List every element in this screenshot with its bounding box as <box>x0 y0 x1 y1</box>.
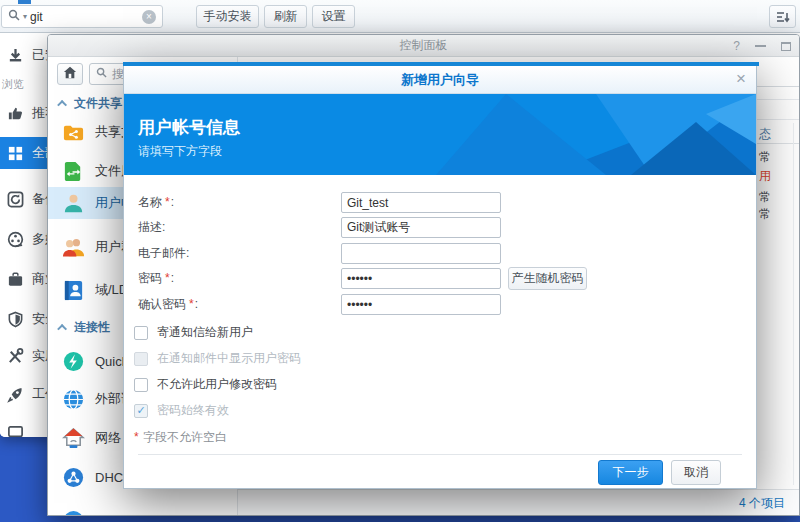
chevron-up-icon <box>57 324 67 334</box>
banner-subtitle: 请填写下方字段 <box>138 143 222 160</box>
table-row[interactable]: 常 <box>759 149 771 166</box>
search-icon <box>96 67 107 81</box>
quickconnect-icon <box>61 349 85 373</box>
field-label-description: 描述: <box>138 217 165 238</box>
window-fragment <box>18 0 31 4</box>
dialog-footer-divider <box>138 454 742 455</box>
rocket-icon <box>6 385 25 404</box>
dialog-banner: 用户帐号信息 请填写下方字段 <box>124 94 756 175</box>
generate-random-password-button[interactable]: 产生随机密码 <box>508 267 587 290</box>
monitor-icon <box>6 423 25 438</box>
field-label-name: 名称*: <box>138 192 174 213</box>
scrollbar-track[interactable] <box>793 123 794 485</box>
user-group-icon <box>61 235 85 259</box>
circle-icon <box>61 508 85 516</box>
media-icon <box>6 230 25 249</box>
field-label-confirm-password: 确认密码*: <box>138 294 198 315</box>
dialog-titlebar[interactable]: 新增用户向导 <box>124 66 756 94</box>
network-home-icon <box>61 426 85 450</box>
field-label-email: 电子邮件: <box>138 243 189 264</box>
grid-icon <box>6 144 25 163</box>
email-input[interactable] <box>341 243 501 264</box>
close-icon[interactable]: × <box>736 69 746 89</box>
backup-icon <box>6 190 25 209</box>
minimize-icon[interactable] <box>755 45 766 47</box>
checkbox-checked-icon: ✓ <box>134 404 148 418</box>
maximize-icon[interactable] <box>781 42 791 51</box>
search-caret-icon[interactable]: ▾ <box>23 12 27 21</box>
table-row[interactable]: 用 <box>759 168 771 185</box>
field-label-password: 密码*: <box>138 268 174 289</box>
help-icon[interactable]: ? <box>733 39 740 53</box>
manual-install-button[interactable]: 手动安装 <box>196 5 259 28</box>
shield-icon <box>6 310 25 329</box>
table-row[interactable]: 常 <box>759 206 771 223</box>
home-button[interactable] <box>57 63 83 85</box>
checkbox-icon[interactable] <box>134 326 148 340</box>
next-button[interactable]: 下一步 <box>598 460 663 485</box>
section-file-sharing[interactable]: 文件共享 <box>60 95 122 112</box>
file-service-icon <box>61 159 85 183</box>
briefcase-icon <box>6 270 25 289</box>
banner-polygon-decoration <box>396 94 756 175</box>
checkbox-icon[interactable] <box>134 378 148 392</box>
checkbox-disallow-password-change[interactable]: 不允许此用户修改密码 <box>134 377 277 392</box>
refresh-button[interactable]: 刷新 <box>264 5 307 28</box>
domain-ldap-icon <box>61 278 85 302</box>
sidebar-section-browse: 浏览 <box>2 77 24 92</box>
user-icon <box>61 191 85 215</box>
section-connectivity[interactable]: 连接性 <box>60 319 110 336</box>
required-field-note: * 字段不允许空白 <box>134 429 227 446</box>
control-panel-titlebar[interactable]: 控制面板 ? <box>48 35 799 57</box>
banner-title: 用户帐号信息 <box>138 116 240 139</box>
dhcp-icon <box>61 465 85 489</box>
globe-icon <box>61 387 85 411</box>
checkbox-password-never-expires: ✓ 密码始终有效 <box>134 403 229 418</box>
status-bar: 4 个项目 <box>238 489 799 516</box>
password-input[interactable] <box>341 268 501 289</box>
shared-folder-icon <box>61 120 85 144</box>
sidebar-item-partial[interactable] <box>48 503 238 516</box>
dialog-title: 新增用户向导 <box>401 71 479 89</box>
table-row[interactable]: 常 <box>759 189 771 206</box>
table-header-status[interactable]: 态 <box>759 126 771 143</box>
sort-descending-icon[interactable] <box>769 5 796 28</box>
name-input[interactable] <box>341 192 501 213</box>
checkbox-notify-new-user[interactable]: 寄通知信给新用户 <box>134 325 253 340</box>
desktop: ▾ × 手动安装 刷新 设置 已安装 浏览 <box>0 0 800 522</box>
checkbox-icon <box>134 352 148 366</box>
checkbox-show-password-in-mail: 在通知邮件中显示用户密码 <box>134 351 301 366</box>
description-input[interactable] <box>341 217 501 238</box>
package-center-toolbar: ▾ × 手动安装 刷新 设置 <box>0 0 800 33</box>
thumbs-up-icon <box>6 104 25 123</box>
settings-button[interactable]: 设置 <box>312 5 355 28</box>
cancel-button[interactable]: 取消 <box>671 460 721 485</box>
confirm-password-input[interactable] <box>341 294 501 315</box>
clear-search-icon[interactable]: × <box>142 10 156 24</box>
tools-icon <box>6 347 25 366</box>
download-icon <box>6 46 25 65</box>
items-count: 4 个项目 <box>739 495 785 512</box>
window-controls: ? <box>733 35 791 57</box>
window-title: 控制面板 <box>400 37 448 54</box>
package-search-input[interactable] <box>30 10 139 24</box>
add-user-wizard-dialog: 新增用户向导 × 用户帐号信息 请填写下方字段 名称*: 描述: 电子邮件: <box>123 62 757 489</box>
package-search-box[interactable]: ▾ × <box>1 5 163 28</box>
search-icon <box>8 9 20 24</box>
home-icon <box>63 66 77 82</box>
chevron-up-icon <box>57 100 67 110</box>
